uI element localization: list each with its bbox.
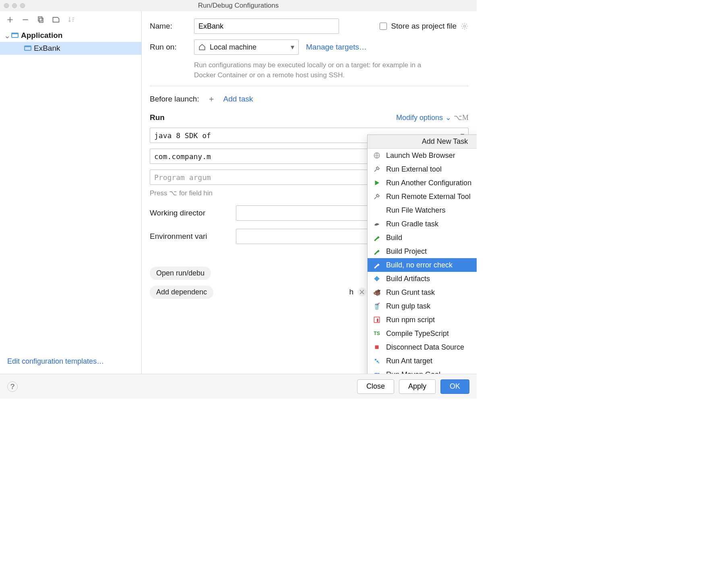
popup-item-label: Run Maven Goal — [386, 371, 440, 374]
popup-item-label: Run Gradle task — [386, 220, 438, 228]
popup-item[interactable]: mRun Maven Goal — [368, 368, 477, 374]
popup-item[interactable]: TSCompile TypeScript — [368, 327, 477, 340]
store-as-project-label: Store as project file — [391, 22, 457, 31]
manage-targets-link[interactable]: Manage targets… — [306, 43, 367, 52]
popup-item[interactable]: Build Project — [368, 244, 477, 258]
popup-item[interactable]: Build — [368, 231, 477, 244]
chevron-down-icon: ▾ — [291, 43, 294, 52]
copy-config-icon[interactable] — [36, 15, 45, 24]
close-button[interactable]: Close — [357, 379, 394, 394]
popup-item-label: Build Project — [386, 247, 427, 256]
ts-icon: TS — [372, 329, 381, 338]
gulp-icon: 🥤 — [372, 302, 381, 311]
popup-item-label: Build Artifacts — [386, 275, 430, 283]
env-vars-label: Environment vari — [150, 232, 230, 241]
svg-rect-0 — [38, 17, 42, 21]
popup-item-label: Run gulp task — [386, 302, 430, 311]
name-input-field[interactable] — [198, 22, 335, 31]
window-titlebar: Run/Debug Configurations — [0, 0, 477, 11]
tree-node-exbank[interactable]: ExBank — [0, 42, 141, 55]
sort-config-icon[interactable] — [67, 15, 76, 24]
chip-label: Open run/debu — [156, 269, 205, 277]
add-task-link[interactable]: Add task — [223, 95, 253, 104]
store-as-project-checkbox[interactable] — [380, 23, 387, 30]
svg-rect-5 — [25, 46, 31, 47]
tree-node-label: ExBank — [34, 44, 60, 53]
chip-tail: h — [349, 288, 353, 296]
runon-value: Local machine — [210, 43, 256, 52]
add-config-icon[interactable] — [6, 15, 14, 24]
hammer-icon — [372, 247, 381, 256]
popup-item-label: Run Another Configuration — [386, 179, 471, 187]
tree-node-label: Application — [21, 31, 62, 40]
window-title: Run/Debug Configurations — [0, 2, 477, 10]
popup-item[interactable]: Run Gradle task — [368, 217, 477, 231]
popup-item[interactable]: Run External tool — [368, 162, 477, 176]
runon-combo[interactable]: Local machine ▾ — [194, 39, 299, 55]
chevron-down-icon: ⌄ — [4, 31, 9, 40]
remove-config-icon[interactable] — [21, 15, 30, 24]
runon-label: Run on: — [150, 43, 187, 52]
run-section-header: Run — [150, 113, 165, 122]
chip-add-dependencies[interactable]: Add dependenc — [150, 286, 213, 299]
application-type-icon — [24, 45, 31, 52]
svg-point-6 — [464, 25, 466, 27]
popup-item[interactable]: Launch Web Browser — [368, 149, 477, 162]
modify-options-shortcut: ⌥M — [454, 113, 469, 122]
jdk-value: java 8 SDK of — [154, 131, 211, 140]
close-icon[interactable]: ✕ — [358, 288, 366, 296]
before-launch-label: Before launch: — [150, 95, 199, 104]
db-icon — [372, 343, 381, 352]
gear-icon[interactable] — [461, 22, 469, 30]
ok-button[interactable]: OK — [440, 379, 469, 394]
save-config-icon[interactable] — [52, 15, 60, 24]
popup-title: Add New Task — [368, 135, 477, 149]
edit-templates-link[interactable]: Edit configuration templates… — [0, 352, 141, 374]
popup-item[interactable]: 🥤Run gulp task — [368, 299, 477, 313]
maven-icon: m — [372, 370, 381, 374]
popup-item-label: Run Remote External Tool — [386, 193, 471, 201]
ant-icon — [372, 356, 381, 365]
gradle-icon — [372, 219, 381, 228]
blank-icon — [372, 206, 381, 215]
popup-item-label: Run File Watchers — [386, 206, 445, 215]
chip-label: Add dependenc — [156, 288, 207, 296]
config-tree: ⌄ Application ExBank — [0, 27, 141, 352]
popup-item[interactable]: Run File Watchers — [368, 203, 477, 217]
apply-button[interactable]: Apply — [399, 379, 436, 394]
working-dir-label: Working director — [150, 209, 230, 217]
main-class-value: com.company.m — [154, 152, 211, 161]
modify-options-link[interactable]: Modify options — [396, 114, 443, 122]
home-icon — [198, 43, 206, 51]
tools-icon — [372, 192, 381, 201]
popup-item-label: Run External tool — [386, 165, 442, 174]
popup-item[interactable]: Build Artifacts — [368, 272, 477, 286]
popup-item-label: Run npm script — [386, 316, 435, 324]
popup-item[interactable]: Run Another Configuration — [368, 176, 477, 190]
tree-node-application[interactable]: ⌄ Application — [0, 29, 141, 42]
add-new-task-popup: Add New Task Launch Web BrowserRun Exter… — [367, 135, 477, 374]
svg-point-17 — [378, 362, 379, 363]
globe-icon — [372, 151, 381, 160]
program-args-placeholder: Program argum — [154, 173, 211, 182]
application-type-icon — [11, 32, 19, 39]
chevron-down-icon: ⌄ — [445, 113, 451, 122]
popup-item[interactable]: Run npm script — [368, 313, 477, 327]
name-input[interactable] — [194, 19, 339, 34]
popup-item[interactable]: 🐗Run Grunt task — [368, 286, 477, 299]
hammer-icon — [372, 261, 381, 269]
popup-item[interactable]: Run Ant target — [368, 354, 477, 368]
popup-item[interactable]: Disconnect Data Source — [368, 340, 477, 354]
help-button[interactable]: ? — [7, 381, 18, 392]
hammer-icon — [372, 233, 381, 242]
popup-item[interactable]: Build, no error check — [368, 258, 477, 272]
svg-rect-1 — [39, 18, 43, 23]
add-task-plus-icon[interactable]: ＋ — [206, 93, 217, 104]
popup-item-label: Build, no error check — [386, 261, 453, 269]
popup-item-label: Run Ant target — [386, 357, 432, 365]
svg-rect-14 — [375, 346, 379, 349]
chip-open-tool-window[interactable]: Open run/debu — [150, 267, 211, 280]
name-label: Name: — [150, 22, 187, 31]
separator — [150, 86, 469, 86]
popup-item[interactable]: Run Remote External Tool — [368, 190, 477, 203]
